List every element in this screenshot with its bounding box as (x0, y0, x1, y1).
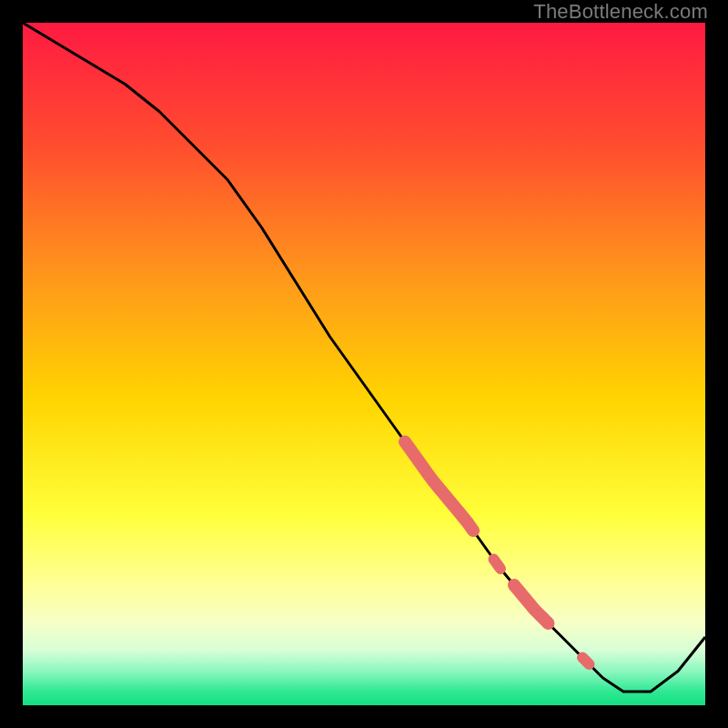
highlight-segment-3 (582, 658, 590, 665)
watermark-label: TheBottleneck.com (533, 0, 708, 24)
plot-svg (23, 23, 705, 705)
highlight-segment-1 (494, 560, 501, 570)
chart-frame: TheBottleneck.com (0, 0, 728, 728)
gradient-background (23, 23, 705, 705)
plot-area (23, 23, 705, 705)
